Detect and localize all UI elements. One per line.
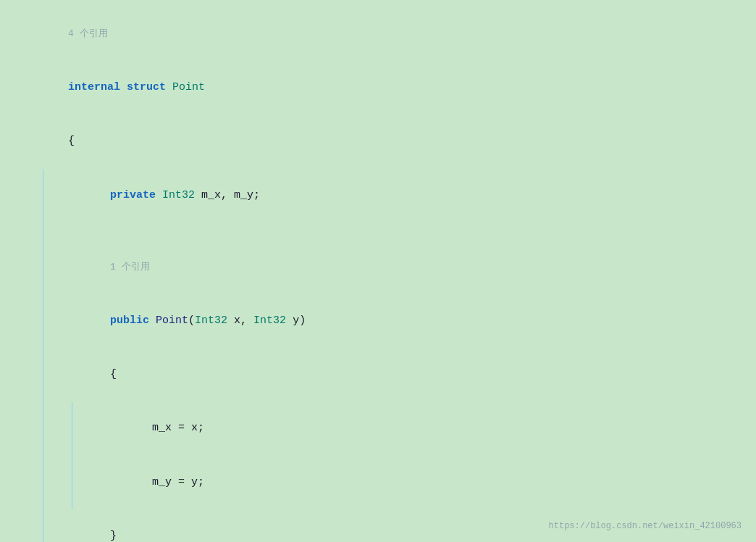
code-block: 4 个引用 internal struct Point { private In… (14, 7, 756, 542)
code-container: 4 个引用 internal struct Point { private In… (0, 0, 756, 542)
my-assign-ctor: m_y = y; (72, 456, 756, 509)
constructor-body: m_x = x; m_y = y; (72, 402, 756, 510)
field-declaration: private Int32 m_x, m_y; (43, 169, 756, 222)
brace-open-ctor: { (43, 348, 756, 401)
spacer1 (43, 222, 756, 241)
keyword-struct: struct (127, 81, 166, 93)
ref-count-struct-label: 4 个引用 (68, 28, 108, 39)
keyword-private: private (110, 189, 156, 201)
watermark: https://blog.csdn.net/weixin_42100963 (549, 520, 742, 533)
brace-open-struct: { (29, 115, 756, 169)
constructor-declaration: public Point(Int32 x, Int32 y) (43, 294, 756, 348)
struct-body: private Int32 m_x, m_y; 1 个引用 public Poi… (43, 169, 756, 542)
type-int32-x: Int32 (195, 314, 227, 327)
keyword-public-ctor: public (110, 314, 149, 327)
type-int32-field: Int32 (162, 189, 195, 201)
struct-name: Point (172, 81, 205, 93)
type-int32-y: Int32 (253, 314, 286, 327)
mx-assign-ctor: m_x = x; (72, 402, 756, 456)
keyword-internal: internal (68, 81, 120, 93)
ref-count-struct: 4 个引用 (29, 7, 756, 61)
ref-count-constructor-label: 1 个引用 (110, 262, 150, 272)
constructor-name: Point (156, 314, 188, 327)
ref-count-constructor: 1 个引用 (43, 241, 756, 294)
struct-declaration: internal struct Point (29, 61, 756, 114)
